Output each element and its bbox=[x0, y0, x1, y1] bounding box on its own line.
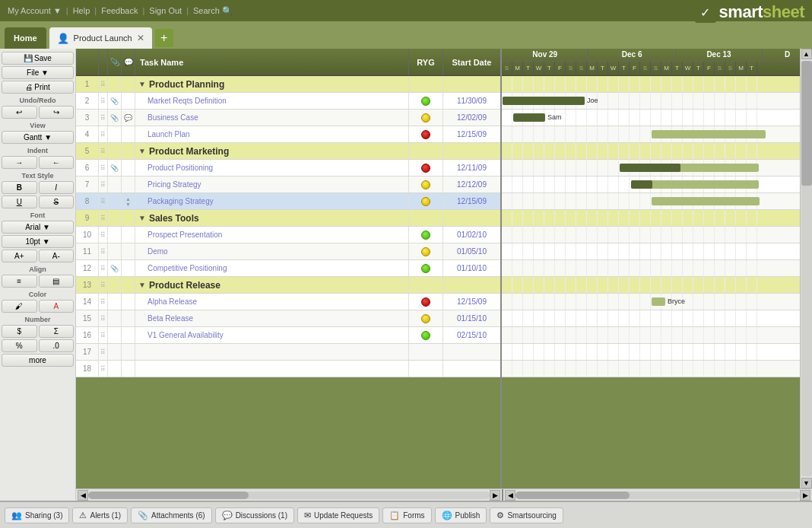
h-scroll-left-arrow[interactable]: ◀ bbox=[78, 490, 88, 501]
row-task[interactable]: ▼ Sales Tools bbox=[135, 210, 409, 226]
font-select[interactable]: Arial ▼ bbox=[2, 221, 74, 234]
bg-color-button[interactable]: 🖌 bbox=[2, 300, 37, 313]
row-drag[interactable]: ⠿ bbox=[99, 177, 108, 192]
collapse-icon[interactable]: ▼ bbox=[138, 214, 146, 222]
h-scroll-thumb-right[interactable] bbox=[515, 491, 630, 499]
home-tab[interactable]: Home bbox=[5, 27, 46, 49]
save-button[interactable]: 💾 Save bbox=[2, 52, 74, 65]
fontsize-down-button[interactable]: A- bbox=[39, 250, 75, 262]
indent-out-button[interactable]: ← bbox=[39, 156, 75, 169]
h-scroll-right-arrow[interactable]: ▶ bbox=[490, 490, 500, 501]
row-task[interactable]: Pricing Strategy bbox=[135, 177, 409, 192]
myaccount-link[interactable]: My Account ▼ bbox=[8, 6, 62, 15]
row-task[interactable]: ▼ Product Planning bbox=[135, 76, 409, 92]
gantt-view-button[interactable]: Gantt ▼ bbox=[2, 131, 74, 144]
attachments-tab[interactable]: 📎 Attachments (6) bbox=[131, 507, 212, 523]
row-drag[interactable]: ⠿ bbox=[99, 243, 108, 259]
row-task[interactable]: Beta Release bbox=[135, 310, 409, 326]
feedback-link[interactable]: Feedback bbox=[101, 6, 138, 15]
row-task[interactable]: Launch Plan bbox=[135, 126, 409, 142]
forms-tab[interactable]: 📋 Forms bbox=[382, 507, 431, 523]
scroll-thumb[interactable] bbox=[801, 61, 812, 186]
sheet-tab[interactable]: 👤 Product Launch ✕ bbox=[49, 27, 152, 49]
italic-button[interactable]: I bbox=[39, 181, 75, 194]
undo-button[interactable]: ↩ bbox=[2, 106, 37, 119]
row-num: 4 bbox=[76, 126, 99, 142]
row-task[interactable] bbox=[135, 361, 409, 377]
discussions-tab[interactable]: 💬 Discussions (1) bbox=[215, 507, 294, 523]
more-button[interactable]: more bbox=[2, 354, 74, 367]
sigma-button[interactable]: Σ bbox=[39, 325, 75, 338]
row-drag[interactable]: ⠿ bbox=[99, 126, 108, 142]
row-task[interactable]: Business Case bbox=[135, 110, 409, 126]
move-arrows[interactable]: ▲▼ bbox=[125, 196, 131, 207]
row-drag[interactable]: ⠿ bbox=[99, 277, 108, 293]
row-drag[interactable]: ⠿ bbox=[99, 227, 108, 243]
h-scroll-right-arrow2[interactable]: ▶ bbox=[800, 490, 810, 501]
update-requests-tab[interactable]: ✉ Update Requests bbox=[297, 507, 379, 523]
scroll-up-arrow[interactable]: ▲ bbox=[801, 49, 812, 59]
print-button[interactable]: 🖨 Print bbox=[2, 81, 74, 94]
decimal-button[interactable]: .0 bbox=[39, 339, 75, 352]
row-drag[interactable]: ⠿ bbox=[99, 143, 108, 159]
fontsize-select[interactable]: 10pt ▼ bbox=[2, 235, 74, 248]
help-link[interactable]: Help bbox=[73, 6, 90, 15]
align-right-button[interactable]: ▤ bbox=[39, 275, 75, 288]
redo-button[interactable]: ↪ bbox=[39, 106, 75, 119]
sharing-tab[interactable]: 👥 Sharing (3) bbox=[5, 507, 69, 523]
row-task[interactable]: Competitive Positioning bbox=[135, 260, 409, 276]
collapse-icon[interactable]: ▼ bbox=[138, 80, 146, 88]
tab-close-btn[interactable]: ✕ bbox=[137, 33, 144, 43]
h-scroll-thumb-left[interactable] bbox=[88, 491, 249, 499]
h-scroll-right: ◀ ▶ bbox=[503, 489, 812, 501]
row-task[interactable]: Prospect Presentation bbox=[135, 227, 409, 243]
row-drag[interactable]: ⠿ bbox=[99, 193, 108, 209]
bold-button[interactable]: B bbox=[2, 181, 37, 194]
row-task[interactable]: V1 General Availability bbox=[135, 327, 409, 343]
alerts-tab[interactable]: ⚠ Alerts (1) bbox=[72, 507, 128, 523]
row-drag[interactable]: ⠿ bbox=[99, 260, 108, 276]
signout-link[interactable]: Sign Out bbox=[149, 6, 182, 15]
strikethrough-button[interactable]: S bbox=[39, 196, 75, 208]
row-task[interactable] bbox=[135, 344, 409, 360]
percent-button[interactable]: % bbox=[2, 339, 37, 352]
row-task[interactable]: Market Reqts Definition bbox=[135, 93, 409, 109]
row-task[interactable]: ▼ Product Release bbox=[135, 277, 409, 293]
scroll-track[interactable] bbox=[801, 61, 812, 476]
row-task[interactable]: Demo bbox=[135, 243, 409, 259]
h-scroll-track-right[interactable] bbox=[515, 491, 800, 499]
file-button[interactable]: File ▼ bbox=[2, 66, 74, 79]
row-task[interactable]: Packaging Strategy bbox=[135, 193, 409, 209]
h-scroll-left-arrow2[interactable]: ◀ bbox=[505, 490, 515, 501]
row-drag[interactable]: ⠿ bbox=[99, 310, 108, 326]
row-drag[interactable]: ⠿ bbox=[99, 93, 108, 109]
row-drag[interactable]: ⠿ bbox=[99, 361, 108, 377]
row-drag[interactable]: ⠿ bbox=[99, 76, 108, 92]
underline-button[interactable]: U bbox=[2, 196, 37, 208]
publish-tab[interactable]: 🌐 Publish bbox=[435, 507, 487, 523]
currency-button[interactable]: $ bbox=[2, 325, 37, 338]
scroll-down-arrow[interactable]: ▼ bbox=[801, 478, 812, 488]
smartsourcing-tab[interactable]: ⚙ Smartsourcing bbox=[490, 507, 563, 523]
font-color-button[interactable]: A bbox=[39, 300, 75, 313]
collapse-icon[interactable]: ▼ bbox=[138, 147, 146, 155]
row-task[interactable]: Product Positioning bbox=[135, 160, 409, 176]
collapse-icon[interactable]: ▼ bbox=[138, 281, 146, 289]
row-task[interactable]: Alpha Release bbox=[135, 294, 409, 310]
row-drag[interactable]: ⠿ bbox=[99, 294, 108, 310]
row-drag[interactable]: ⠿ bbox=[99, 110, 108, 126]
h-scroll-track-left[interactable] bbox=[88, 491, 490, 499]
indent-in-button[interactable]: → bbox=[2, 156, 37, 169]
fontsize-up-button[interactable]: A+ bbox=[2, 250, 37, 262]
row-discuss bbox=[122, 294, 135, 310]
row-drag[interactable]: ⠿ bbox=[99, 344, 108, 360]
row-drag[interactable]: ⠿ bbox=[99, 327, 108, 343]
bottom-tabs: 👥 Sharing (3) ⚠ Alerts (1) 📎 Attachments… bbox=[0, 501, 812, 528]
row-drag[interactable]: ⠿ bbox=[99, 160, 108, 176]
align-left-button[interactable]: ≡ bbox=[2, 275, 37, 288]
row-task[interactable]: ▼ Product Marketing bbox=[135, 143, 409, 159]
add-tab-btn[interactable]: + bbox=[155, 29, 173, 47]
gantt-cell bbox=[502, 76, 512, 92]
row-drag[interactable]: ⠿ bbox=[99, 210, 108, 226]
vertical-scrollbar[interactable]: ▲ ▼ bbox=[800, 49, 812, 488]
